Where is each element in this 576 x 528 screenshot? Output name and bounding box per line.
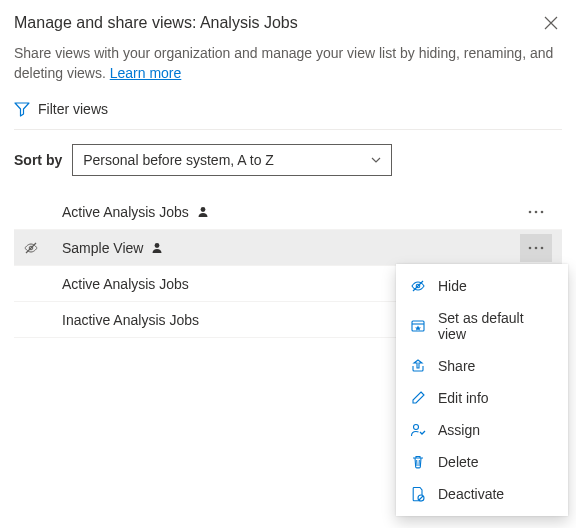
- svg-point-0: [200, 207, 205, 212]
- more-actions-button[interactable]: [520, 198, 552, 226]
- edit-icon: [410, 390, 426, 406]
- filter-views-button[interactable]: Filter views: [14, 97, 562, 129]
- filter-icon: [14, 101, 30, 117]
- svg-point-6: [155, 243, 160, 248]
- close-button[interactable]: [540, 12, 562, 34]
- person-icon: [151, 242, 163, 254]
- view-row[interactable]: Active Analysis Jobs: [14, 194, 562, 230]
- view-name: Inactive Analysis Jobs: [62, 312, 199, 328]
- svg-point-9: [541, 246, 544, 249]
- menu-label: Set as default view: [438, 310, 554, 342]
- view-row[interactable]: Sample View: [14, 230, 562, 266]
- more-horizontal-icon: [528, 246, 544, 250]
- row-context-menu: Hide Set as default view Share Edit info…: [396, 264, 568, 516]
- filter-label: Filter views: [38, 101, 108, 117]
- menu-delete[interactable]: Delete: [396, 446, 568, 478]
- divider: [14, 129, 562, 130]
- menu-label: Delete: [438, 454, 478, 470]
- menu-label: Share: [438, 358, 475, 374]
- sort-select[interactable]: Personal before system, A to Z: [72, 144, 392, 176]
- menu-assign[interactable]: Assign: [396, 414, 568, 446]
- assign-icon: [410, 422, 426, 438]
- svg-point-1: [529, 210, 532, 213]
- menu-label: Assign: [438, 422, 480, 438]
- more-actions-button[interactable]: [520, 234, 552, 262]
- svg-point-3: [541, 210, 544, 213]
- deactivate-icon: [410, 486, 426, 502]
- menu-share[interactable]: Share: [396, 350, 568, 382]
- sort-label: Sort by: [14, 152, 62, 168]
- svg-marker-14: [415, 326, 421, 331]
- panel-subtitle: Share views with your organization and m…: [14, 44, 562, 83]
- view-name: Sample View: [62, 240, 143, 256]
- view-name: Active Analysis Jobs: [62, 276, 189, 292]
- svg-point-8: [535, 246, 538, 249]
- menu-label: Edit info: [438, 390, 489, 406]
- menu-set-default[interactable]: Set as default view: [396, 302, 568, 350]
- menu-deactivate[interactable]: Deactivate: [396, 478, 568, 510]
- delete-icon: [410, 454, 426, 470]
- default-view-icon: [410, 318, 426, 334]
- svg-point-15: [414, 425, 419, 430]
- close-icon: [544, 16, 558, 30]
- more-horizontal-icon: [528, 210, 544, 214]
- menu-label: Deactivate: [438, 486, 504, 502]
- svg-point-2: [535, 210, 538, 213]
- person-icon: [197, 206, 209, 218]
- hide-icon: [410, 278, 426, 294]
- menu-label: Hide: [438, 278, 467, 294]
- learn-more-link[interactable]: Learn more: [110, 65, 182, 81]
- menu-edit-info[interactable]: Edit info: [396, 382, 568, 414]
- svg-point-7: [529, 246, 532, 249]
- panel-title: Manage and share views: Analysis Jobs: [14, 14, 298, 32]
- hidden-icon: [18, 240, 44, 256]
- share-icon: [410, 358, 426, 374]
- view-name: Active Analysis Jobs: [62, 204, 189, 220]
- menu-hide[interactable]: Hide: [396, 270, 568, 302]
